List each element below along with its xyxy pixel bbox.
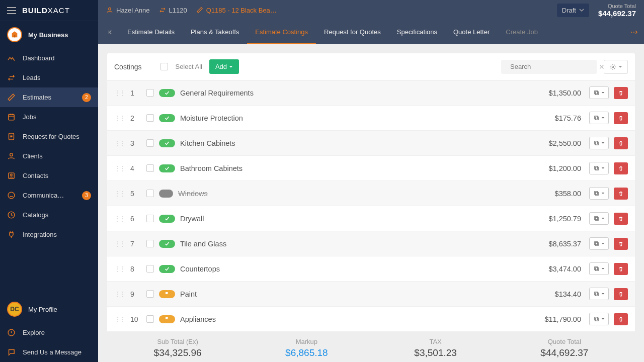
row-name[interactable]: Countertops <box>180 265 543 273</box>
drag-handle-icon[interactable]: ⋮⋮ <box>114 265 125 273</box>
row-delete-button[interactable] <box>614 87 628 99</box>
drag-handle-icon[interactable]: ⋮⋮ <box>114 316 125 323</box>
sidebar-item-clients[interactable]: Clients <box>0 146 98 166</box>
row-copy-button[interactable] <box>589 86 609 99</box>
status-pill-disabled[interactable] <box>159 190 173 198</box>
sidebar-item-jobs[interactable]: Jobs <box>0 107 98 127</box>
row-checkbox[interactable] <box>146 240 154 247</box>
search-box[interactable]: ✕ <box>501 60 597 74</box>
my-business-row[interactable]: My Business <box>0 21 98 48</box>
row-copy-button[interactable] <box>589 212 609 225</box>
tab-quote-letter[interactable]: Quote Letter <box>445 20 498 44</box>
row-copy-button[interactable] <box>589 288 609 300</box>
total-value[interactable]: $6,865.18 <box>242 347 371 358</box>
sidebar-item-estimates[interactable]: Estimates 2 <box>0 87 98 107</box>
status-pill-check[interactable] <box>159 164 175 172</box>
breadcrumb-code[interactable]: L1120 <box>159 7 187 14</box>
row-delete-button[interactable] <box>614 288 628 300</box>
breadcrumb-user[interactable]: Hazel Anne <box>106 7 150 14</box>
row-copy-button[interactable] <box>589 137 609 149</box>
row-delete-button[interactable] <box>614 213 628 225</box>
drag-handle-icon[interactable]: ⋮⋮ <box>114 291 125 298</box>
drag-handle-icon[interactable]: ⋮⋮ <box>114 215 125 222</box>
row-checkbox[interactable] <box>146 315 154 323</box>
sidebar-item-catalog[interactable]: Catalogs <box>0 205 98 225</box>
row-name[interactable]: Drywall <box>180 215 543 223</box>
svg-rect-20 <box>595 166 598 169</box>
sidebar-item-dashboard[interactable]: Dashboard <box>0 48 98 68</box>
tab-plans-takeoffs[interactable]: Plans & Takeoffs <box>183 20 247 44</box>
add-button[interactable]: Add <box>209 59 239 74</box>
select-all-checkbox[interactable] <box>160 63 168 70</box>
copy-icon <box>593 190 600 197</box>
sidebar-item-label: Communica… <box>23 192 64 199</box>
row-name[interactable]: Bathroom Cabinets <box>180 164 543 172</box>
row-checkbox[interactable] <box>146 89 154 97</box>
row-name[interactable]: Moisture Protection <box>180 114 550 122</box>
tab-request-for-quotes[interactable]: Request for Quotes <box>316 20 389 44</box>
row-name[interactable]: General Requirements <box>180 89 543 97</box>
status-pill-check[interactable] <box>159 265 175 273</box>
row-delete-button[interactable] <box>614 137 628 149</box>
row-copy-button[interactable] <box>589 237 609 250</box>
status-pill-check[interactable] <box>159 139 175 147</box>
drag-handle-icon[interactable]: ⋮⋮ <box>114 190 125 197</box>
settings-button[interactable] <box>604 60 628 74</box>
row-checkbox[interactable] <box>146 190 154 197</box>
status-pill-check[interactable] <box>159 215 175 223</box>
sidebar-item-explore[interactable]: Explore <box>0 323 98 342</box>
status-pill-flag[interactable] <box>159 315 175 323</box>
row-delete-button[interactable] <box>614 188 628 200</box>
collapse-tabs-icon[interactable] <box>102 20 119 44</box>
row-name[interactable]: Tile and Glass <box>180 240 543 248</box>
tab-create-job[interactable]: Create Job <box>498 20 546 44</box>
more-tabs-icon[interactable] <box>624 20 644 44</box>
row-name[interactable]: Appliances <box>180 315 539 323</box>
sidebar-item-leads[interactable]: Leads <box>0 68 98 87</box>
row-copy-button[interactable] <box>589 313 609 325</box>
brand-logo: BUILDXACT <box>22 6 70 15</box>
drag-handle-icon[interactable]: ⋮⋮ <box>114 240 125 247</box>
row-copy-button[interactable] <box>589 262 609 275</box>
my-profile-row[interactable]: DC My Profile <box>0 296 98 323</box>
row-name[interactable]: Paint <box>180 290 550 298</box>
row-delete-button[interactable] <box>614 313 628 325</box>
row-checkbox[interactable] <box>146 139 154 147</box>
rfq-icon <box>7 132 16 141</box>
sidebar-item-integrations[interactable]: Integrations <box>0 225 98 244</box>
row-checkbox[interactable] <box>146 290 154 298</box>
drag-handle-icon[interactable]: ⋮⋮ <box>114 115 125 122</box>
row-checkbox[interactable] <box>146 215 154 222</box>
row-delete-button[interactable] <box>614 238 628 250</box>
sidebar-item-contacts[interactable]: Contacts <box>0 166 98 186</box>
row-copy-button[interactable] <box>589 187 609 200</box>
sidebar-item-comm[interactable]: Communica… 3 <box>0 186 98 205</box>
status-pill-check[interactable] <box>159 89 175 97</box>
tab-estimate-details[interactable]: Estimate Details <box>119 20 183 44</box>
drag-handle-icon[interactable]: ⋮⋮ <box>114 165 125 172</box>
drag-handle-icon[interactable]: ⋮⋮ <box>114 140 125 147</box>
drag-handle-icon[interactable]: ⋮⋮ <box>114 89 125 97</box>
sidebar-item-message[interactable]: Send Us a Message <box>0 342 98 362</box>
tab-specifications[interactable]: Specifications <box>389 20 445 44</box>
status-pill-check[interactable] <box>159 114 175 122</box>
status-dropdown[interactable]: Draft <box>557 4 589 17</box>
breadcrumb-job[interactable]: Q1185 - 12 Black Bea… <box>196 7 277 14</box>
row-delete-button[interactable] <box>614 263 628 275</box>
row-delete-button[interactable] <box>614 112 628 124</box>
row-checkbox[interactable] <box>146 114 154 122</box>
menu-icon[interactable] <box>7 7 16 14</box>
sidebar-item-rfq[interactable]: Request for Quotes <box>0 127 98 146</box>
row-delete-button[interactable] <box>614 162 628 174</box>
row-checkbox[interactable] <box>146 265 154 273</box>
status-pill-check[interactable] <box>159 240 175 248</box>
row-copy-button[interactable] <box>589 162 609 174</box>
status-pill-flag[interactable] <box>159 290 175 298</box>
row-name[interactable]: Kitchen Cabinets <box>180 139 543 147</box>
row-name[interactable]: Windows <box>178 190 550 198</box>
costing-row: ⋮⋮ 7 Tile and Glass $8,635.37 <box>107 231 635 256</box>
tab-estimate-costings[interactable]: Estimate Costings <box>247 20 316 44</box>
search-input[interactable] <box>510 63 595 70</box>
row-copy-button[interactable] <box>589 112 609 124</box>
row-checkbox[interactable] <box>146 164 154 172</box>
